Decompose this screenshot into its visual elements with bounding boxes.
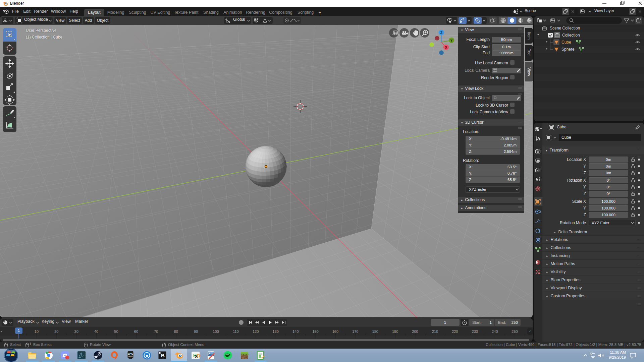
svg-text:GAMES: GAMES: [128, 355, 133, 357]
svg-text:D: D: [197, 353, 200, 358]
svg-text:Z: Z: [440, 31, 443, 35]
svg-text:X: X: [445, 45, 447, 49]
svg-text:EPIC: EPIC: [128, 353, 133, 355]
svg-text:B: B: [161, 353, 165, 358]
svg-text:Y: Y: [450, 38, 452, 42]
